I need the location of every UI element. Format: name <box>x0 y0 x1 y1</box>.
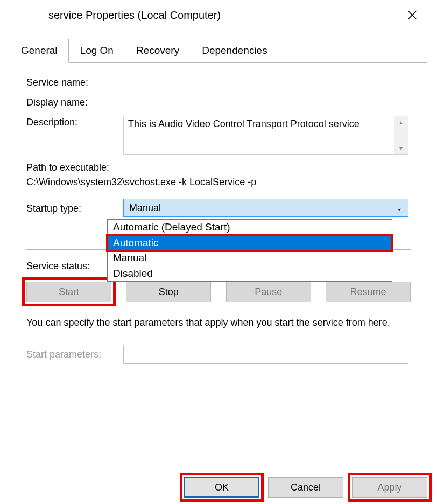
scroll-up-icon: ▴ <box>399 118 403 126</box>
option-manual[interactable]: Manual <box>108 250 392 266</box>
button-label: OK <box>215 482 229 493</box>
startup-label: Startup type: <box>26 202 123 214</box>
tab-label: Recovery <box>136 45 179 56</box>
description-box[interactable]: This is Audio Video Control Transport Pr… <box>123 116 408 155</box>
general-panel: Service name: Display name: Description:… <box>10 63 427 485</box>
ok-button-highlight: OK <box>184 477 259 498</box>
tab-log-on[interactable]: Log On <box>69 39 125 62</box>
description-text: This is Audio Video Control Transport Pr… <box>128 118 360 129</box>
tab-label: General <box>21 45 58 56</box>
tab-dependencies[interactable]: Dependencies <box>191 39 278 62</box>
pause-button[interactable]: Pause <box>226 282 311 302</box>
option-label: Manual <box>113 252 146 263</box>
tab-label: Log On <box>80 45 114 56</box>
scroll-down-icon: ▾ <box>399 144 403 152</box>
tab-recovery[interactable]: Recovery <box>125 39 191 62</box>
button-label: Cancel <box>291 482 321 493</box>
startup-type-dropdown[interactable]: Automatic (Delayed Start) Automatic Manu… <box>107 219 392 282</box>
option-automatic-delayed[interactable]: Automatic (Delayed Start) <box>108 220 392 235</box>
button-label: Pause <box>255 286 282 298</box>
start-params-input[interactable] <box>123 345 408 364</box>
display-name-label: Display name: <box>26 96 123 108</box>
service-buttons-row: Start Stop Pause Resume <box>26 282 411 302</box>
path-label: Path to executable: <box>26 162 411 173</box>
dialog-buttons: OK Cancel Apply <box>184 477 427 498</box>
chevron-down-icon: ⌄ <box>396 204 403 212</box>
start-params-note: You can specify the start parameters tha… <box>26 316 411 330</box>
start-params-row: Start parameters: <box>26 345 411 364</box>
option-label: Automatic (Delayed Start) <box>113 221 230 233</box>
display-name-row: Display name: <box>26 96 411 108</box>
tab-label: Dependencies <box>202 45 267 56</box>
service-properties-window: service Properties (Local Computer) Gene… <box>5 0 432 504</box>
option-label: Automatic <box>113 237 158 248</box>
button-label: Resume <box>350 286 386 298</box>
tabs-container: General Log On Recovery Dependencies Ser… <box>5 30 432 485</box>
option-automatic[interactable]: Automatic <box>108 235 392 251</box>
close-button[interactable] <box>401 4 423 26</box>
description-label: Description: <box>26 116 123 128</box>
startup-row: Startup type: Manual ⌄ <box>26 199 411 217</box>
resume-button[interactable]: Resume <box>326 282 411 302</box>
option-disabled[interactable]: Disabled <box>108 266 392 282</box>
option-label: Disabled <box>113 268 153 279</box>
description-scrollbar[interactable]: ▴ ▾ <box>394 116 408 154</box>
description-row: Description: This is Audio Video Control… <box>26 116 411 155</box>
tabs: General Log On Recovery Dependencies <box>10 39 427 63</box>
path-block: Path to executable: C:\Windows\system32\… <box>26 162 411 188</box>
start-params-label: Start parameters: <box>26 349 123 360</box>
service-name-label: Service name: <box>26 76 123 88</box>
apply-button[interactable]: Apply <box>352 477 427 498</box>
service-name-row: Service name: <box>26 76 411 88</box>
titlebar: service Properties (Local Computer) <box>5 0 432 30</box>
startup-selected-value: Manual <box>129 202 161 214</box>
stop-button[interactable]: Stop <box>126 282 211 302</box>
apply-button-highlight: Apply <box>352 477 427 498</box>
start-button[interactable]: Start <box>26 282 111 302</box>
left-margin <box>0 0 5 504</box>
button-label: Apply <box>377 482 401 493</box>
button-label: Stop <box>159 286 179 298</box>
path-value: C:\Windows\system32\svchost.exe -k Local… <box>26 177 411 188</box>
startup-type-combo[interactable]: Manual ⌄ <box>123 199 408 217</box>
cancel-button[interactable]: Cancel <box>268 477 343 498</box>
button-label: Start <box>59 286 79 298</box>
tab-general[interactable]: General <box>10 39 69 63</box>
close-icon <box>407 10 417 20</box>
window-title: service Properties (Local Computer) <box>48 9 221 22</box>
ok-button[interactable]: OK <box>184 477 259 498</box>
start-button-highlight: Start <box>26 282 111 302</box>
